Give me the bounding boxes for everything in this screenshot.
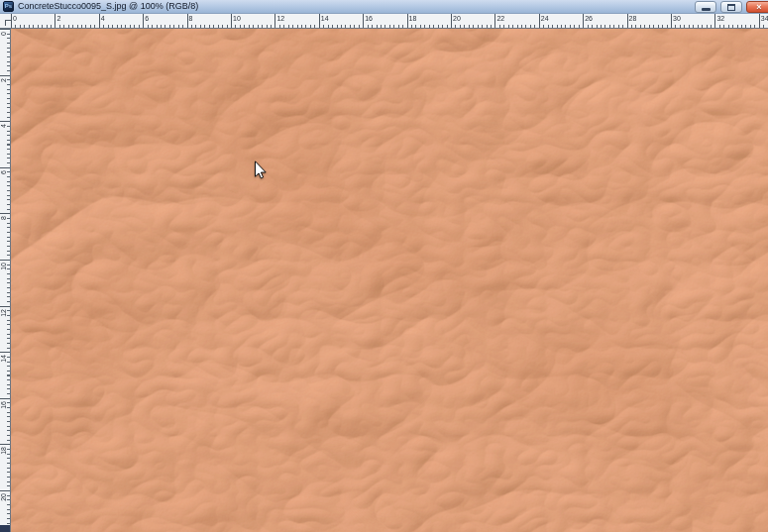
- top-ruler-tick: [583, 14, 584, 28]
- window-title: ConcreteStucco0095_S.jpg @ 100% (RGB/8): [18, 0, 198, 14]
- top-ruler-label: 0: [13, 15, 17, 23]
- top-ruler-label: 8: [189, 15, 193, 23]
- top-ruler-label: 34: [761, 15, 768, 23]
- ruler-origin-corner[interactable]: [0, 14, 11, 29]
- left-ruler-label: 16: [0, 401, 9, 409]
- left-ruler-label: 14: [0, 355, 9, 363]
- maximize-icon: [727, 4, 735, 11]
- left-ruler-tick: [0, 75, 10, 76]
- minimize-button[interactable]: [695, 1, 716, 13]
- left-ruler-tick: [0, 352, 10, 353]
- document-canvas[interactable]: [11, 29, 768, 532]
- top-ruler-tick: [539, 14, 540, 28]
- top-ruler-tick: [143, 14, 144, 28]
- maximize-button[interactable]: [720, 1, 742, 13]
- left-ruler-label: 10: [0, 263, 9, 270]
- top-ruler-label: 28: [629, 15, 637, 23]
- left-ruler-tick: [0, 444, 10, 445]
- top-ruler-tick: [627, 14, 628, 28]
- left-ruler-tick: [0, 260, 10, 261]
- top-ruler-label: 12: [276, 15, 284, 23]
- top-ruler[interactable]: 0246810121416182022242628303234: [11, 14, 768, 29]
- top-ruler-label: 30: [673, 15, 681, 23]
- top-ruler-label: 16: [365, 15, 373, 23]
- top-ruler-minor-ticks: [11, 25, 768, 28]
- left-ruler-minor-ticks: [7, 29, 10, 532]
- left-ruler-tick: [0, 167, 10, 168]
- left-ruler-label: 4: [0, 124, 9, 128]
- texture-grain-layer: [11, 29, 768, 532]
- top-ruler-tick: [99, 14, 100, 28]
- photoshop-file-icon: Ps: [3, 1, 14, 12]
- close-icon: ×: [747, 2, 768, 12]
- top-ruler-label: 24: [541, 15, 549, 23]
- top-ruler-label: 4: [101, 15, 105, 23]
- left-ruler-label: 20: [0, 493, 9, 501]
- top-ruler-tick: [407, 14, 408, 28]
- stucco-texture-image: [11, 29, 768, 532]
- left-ruler-tick: [0, 213, 10, 214]
- left-ruler-label: 2: [0, 78, 9, 82]
- left-ruler-label: 12: [0, 309, 9, 317]
- left-ruler-label: 8: [0, 216, 9, 220]
- top-ruler-label: 6: [145, 15, 149, 23]
- left-ruler-label: 0: [0, 32, 9, 36]
- minimize-icon: [702, 8, 711, 11]
- top-ruler-label: 32: [716, 15, 724, 23]
- left-ruler-tick: [0, 121, 10, 122]
- left-ruler-tick: [0, 29, 10, 30]
- left-ruler-tick: [0, 398, 10, 399]
- window-titlebar[interactable]: Ps ConcreteStucco0095_S.jpg @ 100% (RGB/…: [0, 0, 768, 14]
- top-ruler-tick: [759, 14, 760, 28]
- left-ruler[interactable]: 02468101214161820: [0, 29, 11, 532]
- top-ruler-tick: [494, 14, 495, 28]
- top-ruler-tick: [671, 14, 672, 28]
- top-ruler-tick: [55, 14, 55, 28]
- close-button[interactable]: ×: [746, 1, 768, 13]
- photoshop-document-window: Ps ConcreteStucco0095_S.jpg @ 100% (RGB/…: [0, 0, 768, 532]
- left-ruler-label: 18: [0, 447, 9, 455]
- top-ruler-tick: [451, 14, 452, 28]
- top-ruler-label: 2: [56, 15, 60, 23]
- top-ruler-tick: [274, 14, 275, 28]
- top-ruler-tick: [11, 14, 12, 28]
- left-ruler-label: 6: [0, 170, 9, 174]
- top-ruler-tick: [319, 14, 320, 28]
- top-ruler-label: 14: [321, 15, 329, 23]
- window-edge-fragment: [0, 525, 11, 532]
- top-ruler-label: 10: [233, 15, 241, 23]
- top-ruler-tick: [714, 14, 715, 28]
- top-ruler-tick: [231, 14, 232, 28]
- top-ruler-label: 22: [496, 15, 504, 23]
- top-ruler-tick: [187, 14, 188, 28]
- top-ruler-label: 26: [585, 15, 593, 23]
- left-ruler-tick: [0, 490, 10, 491]
- top-ruler-label: 20: [453, 15, 461, 23]
- top-ruler-tick: [363, 14, 364, 28]
- window-controls: ×: [695, 1, 768, 13]
- left-ruler-tick: [0, 306, 10, 307]
- top-ruler-label: 18: [409, 15, 417, 23]
